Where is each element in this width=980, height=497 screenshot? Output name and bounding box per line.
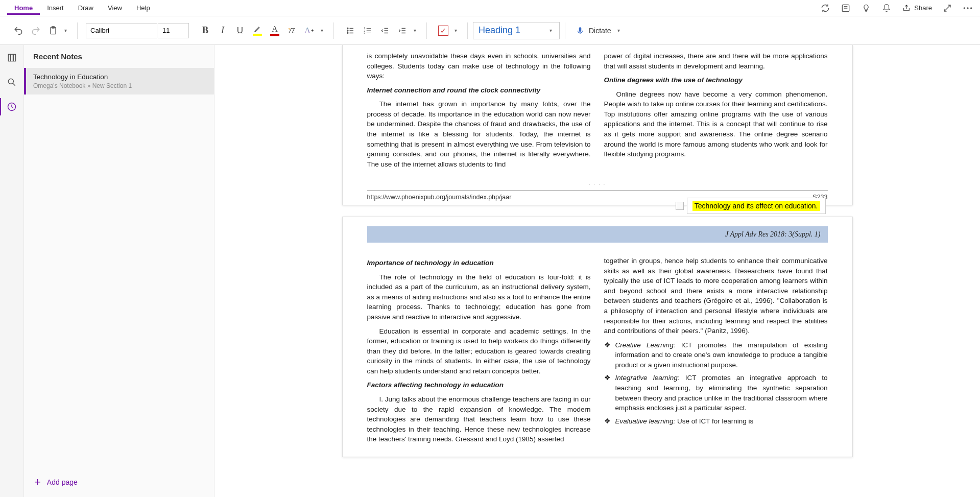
doc-text: Education is essential in corporate and …: [367, 326, 591, 376]
outdent-button[interactable]: [377, 22, 393, 39]
clipboard-chevron-icon[interactable]: ▾: [62, 28, 69, 33]
note-callout[interactable]: Technology and its effect on education.: [687, 198, 826, 214]
svg-rect-15: [13, 54, 15, 61]
style-chevron-icon: ▾: [547, 28, 554, 33]
doc-text: power of digital increases, there are an…: [604, 51, 828, 71]
tab-draw[interactable]: Draw: [71, 1, 101, 15]
tab-home[interactable]: Home: [7, 1, 40, 15]
bullet-icon: ❖: [604, 373, 611, 413]
bullets-button[interactable]: [342, 22, 358, 39]
dictate-button[interactable]: Dictate ▾: [570, 25, 627, 36]
doc-text: I. Jung talks about the enormous challen…: [367, 394, 591, 444]
dictate-label: Dictate: [589, 27, 611, 35]
add-page-label: Add page: [47, 478, 78, 486]
notebooks-icon[interactable]: [3, 49, 20, 66]
svg-point-6: [347, 28, 348, 29]
notifications-icon[interactable]: [881, 3, 892, 13]
sidebar-header: Recent Notes: [24, 45, 214, 68]
paragraph-more-chevron-icon[interactable]: ▾: [412, 28, 418, 33]
tab-insert[interactable]: Insert: [40, 1, 71, 15]
styles-dropdown[interactable]: Heading 1 ▾: [473, 22, 560, 39]
bullet-label: Integrative learning:: [615, 374, 680, 382]
page-header-band: J Appl Adv Res 2018: 3(Suppl. 1): [367, 226, 828, 243]
svg-text:3: 3: [364, 32, 366, 34]
doc-heading: Factors affecting technology in educatio…: [367, 380, 591, 390]
share-label: Share: [914, 4, 932, 12]
highlight-button[interactable]: [249, 22, 266, 39]
svg-point-2: [967, 7, 968, 9]
svg-rect-14: [11, 54, 13, 61]
doc-heading: Online degrees with the use of technolog…: [604, 75, 828, 85]
page-canvas[interactable]: is completely unavoidable these days eve…: [214, 45, 980, 497]
plus-icon: +: [34, 476, 41, 489]
ribbon-tabs: Home Insert Draw View Help Share: [0, 0, 980, 16]
doc-text: Online degrees now have become a very co…: [604, 89, 828, 159]
lightbulb-icon[interactable]: [861, 3, 871, 13]
note-path: Omega's Notebook » New Section 1: [33, 82, 205, 89]
bullet-icon: ❖: [604, 340, 611, 370]
doc-text: together in groups, hence help students …: [604, 256, 828, 336]
bullet-icon: ❖: [604, 416, 611, 427]
bullet-label: Evaluative learning:: [615, 417, 676, 425]
svg-point-16: [8, 79, 13, 84]
bullet-text: Use of ICT for learning is: [677, 417, 753, 425]
doc-heading: Internet connection and round the clock …: [367, 85, 591, 96]
svg-rect-13: [8, 54, 10, 61]
toolbar: ▾ Calibri 11 B I U A A✦ ▾ 123 ▾ ✓ ▾ Head…: [0, 16, 980, 45]
tab-view[interactable]: View: [101, 1, 129, 15]
share-button[interactable]: Share: [902, 4, 932, 12]
tab-help[interactable]: Help: [129, 1, 157, 15]
clear-formatting-button[interactable]: [284, 22, 300, 39]
doc-text: The role of technology in the field of e…: [367, 272, 591, 322]
document-page-2: J Appl Adv Res 2018: 3(Suppl. 1) Importa…: [342, 217, 853, 457]
recent-icon[interactable]: [3, 98, 20, 115]
indent-button[interactable]: [394, 22, 411, 39]
font-size-input[interactable]: 11: [158, 23, 189, 38]
immersive-reader-icon[interactable]: [841, 3, 851, 13]
svg-point-7: [347, 30, 348, 31]
fullscreen-icon[interactable]: [942, 3, 952, 13]
add-page-button[interactable]: + Add page: [24, 467, 214, 497]
svg-point-8: [347, 32, 348, 33]
footer-dots: · · · ·: [343, 181, 852, 187]
tags-chevron-icon[interactable]: ▾: [452, 28, 459, 33]
undo-button[interactable]: [10, 22, 27, 39]
italic-button[interactable]: I: [214, 22, 231, 39]
todo-tag-button[interactable]: ✓: [435, 22, 451, 39]
doc-text: The internet has grown in importance by …: [367, 99, 591, 169]
more-icon[interactable]: [963, 3, 973, 13]
svg-rect-12: [579, 27, 582, 32]
dictate-chevron-icon[interactable]: ▾: [615, 28, 622, 33]
doc-text: is completely unavoidable these days eve…: [367, 51, 591, 81]
font-more-chevron-icon[interactable]: ▾: [319, 28, 325, 33]
bullet-item: ❖ Creative Learning: ICT promotes the ma…: [604, 340, 828, 370]
underline-button[interactable]: U: [232, 22, 248, 39]
sync-icon[interactable]: [820, 3, 830, 13]
callout-text: Technology and its effect on education.: [692, 201, 820, 211]
sidebar: Recent Notes Technology in Education Ome…: [24, 45, 214, 497]
bullet-label: Creative Learning:: [615, 341, 676, 349]
note-item[interactable]: Technology in Education Omega's Notebook…: [24, 68, 214, 94]
bullet-item: ❖ Evaluative learning: Use of ICT for le…: [604, 416, 828, 427]
svg-point-1: [964, 7, 965, 9]
numbering-button[interactable]: 123: [360, 22, 376, 39]
font-name-input[interactable]: Calibri: [86, 23, 157, 38]
style-label: Heading 1: [479, 25, 520, 36]
note-handle-icon[interactable]: [676, 202, 684, 210]
note-title: Technology in Education: [33, 73, 205, 81]
footer-url: https://www.phoenixpub.org/journals/inde…: [367, 194, 512, 201]
redo-button[interactable]: [28, 22, 44, 39]
text-effects-button[interactable]: A✦: [301, 22, 318, 39]
clipboard-button[interactable]: [45, 22, 61, 39]
bold-button[interactable]: B: [197, 22, 213, 39]
svg-point-3: [970, 7, 972, 9]
doc-heading: Importance of technology in education: [367, 258, 591, 268]
font-color-button[interactable]: A: [267, 22, 283, 39]
search-icon[interactable]: [3, 74, 20, 91]
bullet-item: ❖ Integrative learning: ICT promotes an …: [604, 373, 828, 413]
document-page-1: is completely unavoidable these days eve…: [342, 45, 853, 205]
nav-rail: [0, 45, 24, 497]
